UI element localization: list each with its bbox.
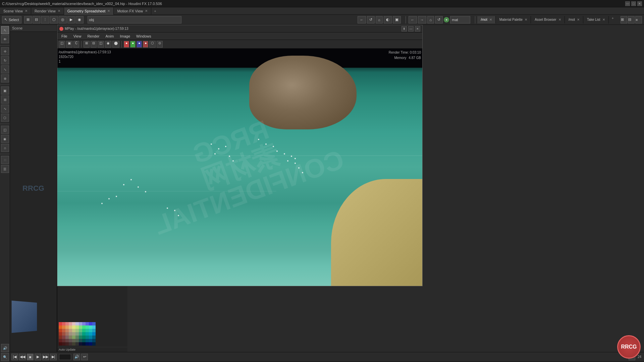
palette-cell[interactable] [72,332,75,336]
palette-cell[interactable] [62,332,65,336]
tool-brush[interactable]: ⬡ [1,114,9,122]
palette-cell[interactable] [69,322,72,325]
mat-refresh-btn[interactable]: ↺ [435,16,443,23]
palette-cell[interactable] [86,325,89,329]
refresh-btn[interactable]: ↺ [367,16,375,23]
mplay-maximize-btn[interactable]: ⬆ [401,26,407,32]
palette-cell[interactable] [79,342,82,346]
palette-cell[interactable] [92,329,96,332]
palette-cell[interactable] [92,332,96,336]
palette-cell[interactable] [59,329,62,332]
palette-cell[interactable] [92,339,96,342]
palette-cell[interactable] [69,325,72,329]
magnet-btn[interactable]: ⋮ [41,16,49,23]
palette-cell[interactable] [65,332,69,336]
tc-stop-btn[interactable]: ■ [27,354,34,360]
palette-cell[interactable] [86,329,89,332]
palette-cell[interactable] [75,332,79,336]
tab-render-view[interactable]: Render View ✕ [31,7,64,15]
palette-cell[interactable] [82,332,86,336]
grid-btn[interactable]: ⊟ [33,16,40,23]
palette-cell[interactable] [72,336,75,339]
settings-btn[interactable]: ◉ [75,16,84,23]
mplay-tb-alpha[interactable]: ⬤ [112,41,119,48]
palette-cell[interactable] [75,322,79,325]
mat-home-btn[interactable]: ⌂ [427,16,434,23]
palette-cell[interactable] [86,336,89,339]
palette-cell[interactable] [86,342,89,346]
palette-cell[interactable] [75,329,79,332]
palette-cell[interactable] [82,322,86,325]
palette-cell[interactable] [82,342,86,346]
palette-cell[interactable] [65,322,69,325]
palette-cell[interactable] [82,325,86,329]
tc-start-btn[interactable]: |◀ [11,354,18,360]
mplay-tb-100[interactable]: ⊞ [84,41,90,48]
palette-cell[interactable] [59,332,62,336]
palette-cell[interactable] [89,342,92,346]
mat-nav-btn2[interactable]: → [418,16,426,23]
palette-cell[interactable] [82,336,86,339]
tool-more[interactable]: ☰ [1,165,9,173]
far-right-icon-2[interactable]: ⊟ [628,16,635,23]
mplay-tb-proc[interactable]: ● [137,41,142,48]
palette-cell[interactable] [75,339,79,342]
mplay-tb-split[interactable]: ◫ [98,41,104,48]
home-btn[interactable]: ⌂ [376,16,383,23]
palette-cell[interactable] [82,329,86,332]
mat-nav-btn[interactable]: ← [409,16,417,23]
palette-cell[interactable] [69,336,72,339]
palette-cell[interactable] [89,329,92,332]
palette-cell[interactable] [89,325,92,329]
palette-cell[interactable] [86,339,89,342]
tool-deform[interactable]: ∿ [1,105,9,113]
tab2-mot2[interactable]: /mot ✕ [565,16,583,23]
mplay-tb-ldr[interactable]: ● [124,41,129,48]
palette-cell[interactable] [65,339,69,342]
far-right-icon-1[interactable]: ⊞ [621,16,627,23]
tc-audio-btn[interactable]: 🔊 [73,354,80,360]
palette-cell[interactable] [82,339,86,342]
tab2-add-button[interactable]: + [609,16,616,23]
menu-anim[interactable]: Anim [103,33,116,40]
tool-view[interactable]: 👁 [1,35,9,43]
palette-cell[interactable] [89,339,92,342]
palette-cell[interactable] [89,336,92,339]
mplay-tb-cam[interactable]: ◫ [59,41,65,48]
tab2-take-list[interactable]: Take List ✕ [584,16,608,23]
palette-cell[interactable] [69,332,72,336]
palette-cell[interactable] [72,339,75,342]
frame-end-input[interactable]: 480 [59,354,71,360]
palette-cell[interactable] [62,339,65,342]
tool-component[interactable]: ▣ [1,86,9,95]
tool-transform[interactable]: ⊕ [1,74,9,82]
palette-cell[interactable] [69,339,72,342]
far-right-icon-3[interactable]: ≡ [635,16,642,23]
palette-cell[interactable] [65,325,69,329]
palette-cell[interactable] [72,329,75,332]
palette-cell[interactable] [72,322,75,325]
palette-cell[interactable] [75,336,79,339]
maximize-button[interactable]: □ [631,1,636,6]
palette-cell[interactable] [89,322,92,325]
palette-cell[interactable] [69,329,72,332]
tool-move[interactable]: ✛ [1,47,9,55]
menu-render[interactable]: Render [85,33,102,40]
palette-cell[interactable] [59,322,62,325]
tab2-asset-browser[interactable]: Asset Browser ✕ [531,16,565,23]
mplay-tb-fit[interactable]: ⊟ [91,41,97,48]
tab2-material-palette[interactable]: Material Palette ✕ [496,16,531,23]
palette-cell[interactable] [62,336,65,339]
palette-cell[interactable] [92,342,96,346]
mplay-close-btn[interactable]: ✕ [415,26,420,32]
palette-cell[interactable] [92,336,96,339]
tc-play-btn[interactable]: ▶ [35,354,41,360]
palette-cell[interactable] [92,325,96,329]
palette-cell[interactable] [79,325,82,329]
mat-input[interactable] [450,16,470,23]
arrow-back-btn[interactable]: ← [358,16,366,23]
palette-cell[interactable] [65,336,69,339]
path-input[interactable] [88,16,181,23]
palette-cell[interactable] [69,342,72,346]
tab-scene-view[interactable]: Scene View ✕ [0,7,31,15]
